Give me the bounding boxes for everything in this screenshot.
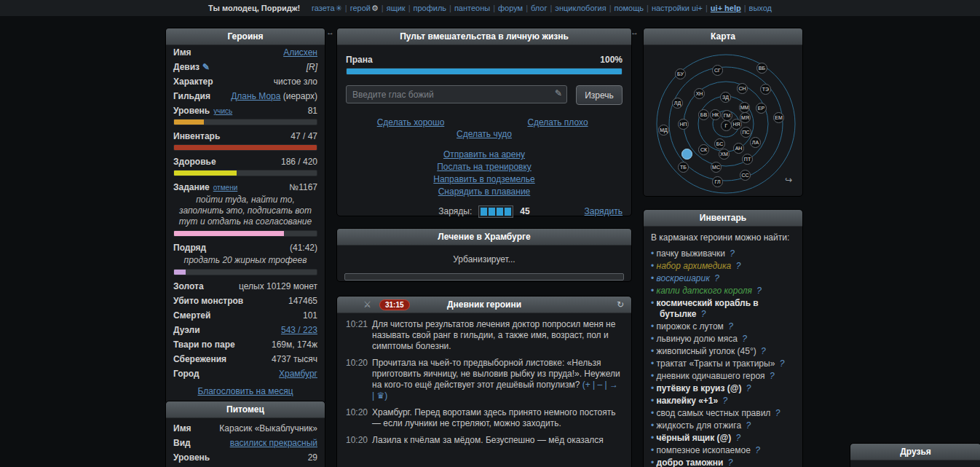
stat-value-link[interactable]: Алисхен bbox=[283, 47, 317, 58]
progress-bar-fill bbox=[174, 170, 237, 176]
map-expand-icon[interactable]: ↪ bbox=[785, 175, 792, 185]
map-town-node[interactable]: БС bbox=[714, 138, 725, 149]
diary-panel-header[interactable]: ⚔ 31:15 Дневник героини ↻ bbox=[337, 297, 631, 313]
map-town-node[interactable]: ЕМ bbox=[773, 112, 784, 123]
punish-link[interactable]: Сделать плохо bbox=[527, 117, 588, 127]
hero-action-link[interactable]: Направить в подземелье bbox=[433, 174, 534, 184]
miracle-link[interactable]: Сделать чудо bbox=[457, 129, 512, 139]
item-info-link[interactable]: ? bbox=[712, 273, 719, 283]
map-town-node[interactable]: ХН bbox=[694, 88, 705, 99]
item-info-link[interactable]: ? bbox=[777, 358, 784, 369]
map-town-node[interactable]: БУ bbox=[675, 68, 686, 79]
map-town-node[interactable]: АН bbox=[733, 143, 744, 154]
topbar-link[interactable]: профиль bbox=[414, 4, 447, 12]
map-town-node[interactable]: СН bbox=[737, 83, 748, 94]
healing-panel-header[interactable]: Лечение в Храмбурге bbox=[337, 229, 631, 246]
pencil-icon[interactable]: ✎ bbox=[555, 88, 562, 98]
pencil-icon[interactable]: ✎ bbox=[202, 62, 210, 72]
topbar-link[interactable]: ui+ help bbox=[711, 4, 741, 12]
item-name: чёрный ящик (@) bbox=[657, 433, 732, 443]
map-town-node[interactable]: ММ bbox=[739, 102, 750, 113]
item-info-link[interactable]: ? bbox=[726, 321, 733, 331]
topbar-link[interactable]: ящик bbox=[387, 4, 406, 12]
recharge-link[interactable]: Зарядить bbox=[585, 206, 623, 216]
refresh-icon[interactable]: ↻ bbox=[617, 297, 624, 313]
map-town-node[interactable]: СГ bbox=[712, 65, 723, 76]
item-info-link[interactable]: ? bbox=[772, 408, 780, 418]
greeting-text: Ты молодец, Порридж! bbox=[208, 4, 300, 12]
item-info-link[interactable]: ? bbox=[699, 309, 706, 319]
pet-panel-header[interactable]: Питомец bbox=[166, 401, 325, 418]
stat-value-link[interactable]: 543 / 223 bbox=[281, 325, 317, 335]
map-town-node[interactable] bbox=[681, 149, 692, 160]
map-town-node[interactable]: ЛА bbox=[750, 137, 761, 148]
stat-value-link[interactable]: василиск прекрасный bbox=[230, 438, 317, 448]
column-resize-handle-icon[interactable]: ↔ bbox=[326, 28, 334, 36]
map-town-node[interactable]: МС bbox=[711, 162, 722, 173]
hero-action-link[interactable]: Послать на тренировку bbox=[437, 162, 532, 172]
map-town-node[interactable]: СС bbox=[740, 170, 751, 181]
topbar-link[interactable]: настройки ui+ bbox=[652, 4, 703, 12]
stat-action-link[interactable]: отмени bbox=[213, 184, 237, 192]
stat-value-link[interactable]: Длань Мора bbox=[231, 91, 280, 101]
item-info-link[interactable]: ? bbox=[725, 458, 732, 467]
progress-bar bbox=[173, 170, 317, 176]
stat-value: 81 bbox=[308, 106, 317, 117]
map-town-node[interactable]: ВБ bbox=[756, 63, 767, 74]
map-town-node[interactable]: СК bbox=[698, 144, 709, 155]
topbar-link[interactable]: блог bbox=[531, 4, 547, 12]
god-voice-input[interactable] bbox=[346, 85, 567, 103]
diary-vote-links[interactable]: (+ | – | → | ♛) bbox=[372, 380, 618, 401]
arena-icon[interactable]: ⚔ bbox=[363, 297, 371, 313]
map-town-node[interactable]: ГМ bbox=[722, 110, 732, 121]
inventory-panel-header[interactable]: Инвентарь bbox=[644, 210, 802, 227]
item-info-link[interactable]: ? bbox=[733, 261, 740, 271]
map-town-node[interactable]: ТЭ bbox=[760, 84, 771, 95]
map-town-node[interactable]: ПТ bbox=[742, 154, 753, 165]
map-town-node[interactable]: МД bbox=[658, 125, 669, 136]
item-info-link[interactable]: ? bbox=[727, 248, 735, 259]
item-info-link[interactable]: ? bbox=[767, 371, 775, 381]
topbar-link[interactable]: выход bbox=[749, 4, 772, 12]
map-town-node[interactable]: ЕР bbox=[756, 103, 767, 114]
speak-button[interactable]: Изречь bbox=[576, 85, 623, 105]
map-town-node[interactable]: ПС bbox=[740, 127, 751, 138]
hero-action-link[interactable]: Отправить на арену bbox=[443, 149, 525, 160]
inventory-item: • космический корабль в бутылке ? bbox=[651, 297, 795, 321]
topbar-link[interactable]: герой bbox=[350, 4, 371, 12]
map-town-node[interactable]: НП bbox=[678, 119, 689, 130]
item-info-link[interactable]: ? bbox=[740, 334, 747, 344]
topbar-link[interactable]: энциклобогия bbox=[555, 4, 606, 12]
map-town-node[interactable]: БВ bbox=[698, 109, 709, 120]
topbar-link[interactable]: пантеоны bbox=[454, 4, 490, 12]
map-town-node[interactable]: ТБ bbox=[678, 162, 689, 173]
diary-time: 10:20 bbox=[346, 358, 372, 401]
hero-panel-header[interactable]: Героиня bbox=[166, 28, 325, 45]
item-info-link[interactable]: ? bbox=[744, 383, 751, 393]
topbar-link[interactable]: газета bbox=[312, 4, 334, 12]
encourage-link[interactable]: Сделать хорошо bbox=[377, 117, 445, 127]
topbar-link[interactable]: помощь bbox=[614, 4, 644, 12]
item-info-link[interactable]: ? bbox=[720, 396, 727, 406]
item-info-link[interactable]: ? bbox=[753, 445, 760, 455]
map-panel-header[interactable]: Карта bbox=[644, 28, 802, 45]
stat-row: Убито монстров147465 bbox=[166, 294, 325, 308]
map-town-node[interactable]: ХМ bbox=[719, 149, 730, 160]
map-town-node[interactable]: НК bbox=[710, 109, 721, 120]
map-town-node[interactable]: Г bbox=[721, 120, 732, 131]
map-town-node[interactable]: НЯ bbox=[731, 119, 742, 130]
stat-action-link[interactable]: учись bbox=[213, 107, 232, 115]
control-panel-header[interactable]: Пульт вмешательства в личную жизнь bbox=[337, 28, 631, 45]
map-town-node[interactable]: ЛД bbox=[672, 98, 683, 109]
item-info-link[interactable]: ? bbox=[754, 286, 762, 296]
item-info-link[interactable]: ? bbox=[733, 433, 740, 443]
map-town-node[interactable]: ЗД bbox=[720, 92, 731, 103]
bless-link[interactable]: Благословить на месяц bbox=[197, 386, 293, 396]
item-info-link[interactable]: ? bbox=[743, 420, 751, 431]
hero-action-link[interactable]: Снарядить в плавание bbox=[438, 187, 531, 197]
stat-value-link[interactable]: Храмбург bbox=[279, 369, 317, 379]
friends-panel-header[interactable]: Друзья bbox=[850, 444, 980, 460]
topbar-link[interactable]: форум bbox=[498, 4, 523, 12]
item-info-link[interactable]: ? bbox=[759, 346, 766, 356]
map-town-node[interactable]: ГЛ bbox=[712, 176, 723, 187]
